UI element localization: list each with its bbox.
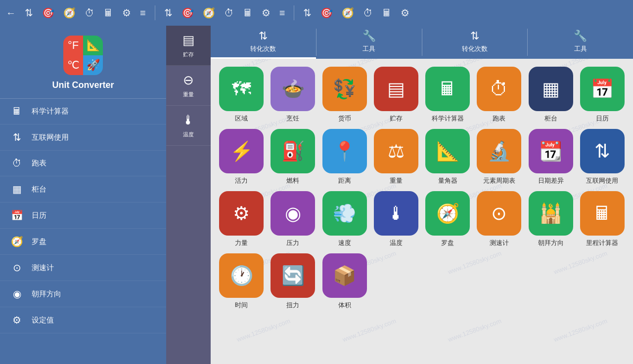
strip-item-storage[interactable]: ▤ 贮存 (166, 26, 211, 66)
grid-item-storage2[interactable]: ▤贮存 (373, 67, 419, 123)
grid-item-cooking[interactable]: 🍲烹饪 (270, 67, 316, 123)
sidebar-item-settings[interactable]: ⚙ 设定值 (0, 307, 166, 333)
grid-label-milecalc: 里程计算器 (586, 239, 618, 247)
sidebar-label-speedmeter: 测速计 (32, 263, 54, 273)
back-icon[interactable]: ← (6, 7, 16, 19)
grid-item-force[interactable]: ⚙力量 (219, 191, 264, 247)
calc-icon3[interactable]: 🖩 (382, 7, 392, 19)
internet-icon: ⇅ (10, 131, 24, 143)
clock-icon3[interactable]: ⏱ (363, 7, 373, 19)
target-icon2[interactable]: 🎯 (181, 7, 194, 19)
grid-item-distance[interactable]: 📍距离 (322, 129, 367, 185)
grid-item-periodic[interactable]: 🔬元素周期表 (476, 129, 522, 185)
clock-icon1[interactable]: ⏱ (85, 7, 94, 19)
sidebar-item-compass[interactable]: 🧭 罗盘 (0, 229, 166, 255)
grid-label-qibla2: 朝拜方向 (538, 239, 564, 247)
grid-item-internet2[interactable]: ⇅互联网使用 (580, 129, 625, 185)
grid-item-energy[interactable]: ⚡活力 (219, 129, 264, 185)
strip-item-weight[interactable]: ⊖ 重量 (166, 66, 211, 106)
tab-tools2-icon: 🔧 (574, 30, 587, 42)
sidebar-item-calendar[interactable]: 📅 日历 (0, 202, 166, 229)
app-icon: °F 📐 ℃ 🚀 (63, 36, 103, 75)
grid-item-speed[interactable]: 💨速度 (322, 191, 367, 247)
strip-item-temp[interactable]: 🌡 温度 (166, 106, 211, 146)
grid-item-calendar2[interactable]: 📅日历 (580, 67, 625, 123)
calc-icon1[interactable]: 🖩 (103, 7, 113, 19)
grid-icon-area: 🗺 (219, 67, 264, 111)
sidebar-item-qibla[interactable]: ◉ 朝拜方向 (0, 281, 166, 307)
gear-icon1[interactable]: ⚙ (122, 7, 131, 19)
gear-icon2[interactable]: ⚙ (262, 7, 271, 19)
sidebar-item-calculator[interactable]: 🖩 科学计算器 (0, 99, 166, 124)
sidebar-item-counter[interactable]: ▦ 柜台 (0, 176, 166, 202)
grid-icon-storage2: ▤ (374, 67, 418, 111)
grid-item-protractor[interactable]: 📐量角器 (425, 129, 470, 185)
gear-icon3[interactable]: ⚙ (401, 7, 409, 19)
tab-conversions2-icon: ⇅ (470, 30, 479, 42)
grid-label-pressure: 压力 (286, 239, 299, 247)
grid-item-stopwatch2[interactable]: ⏱跑表 (476, 67, 522, 123)
grid-icon-time: 🕐 (219, 253, 264, 298)
grid-item-pressure[interactable]: ◉压力 (270, 191, 316, 247)
tab-tools1[interactable]: 🔧 工具 (316, 26, 422, 59)
menu-icon2[interactable]: ≡ (279, 7, 285, 19)
grid-item-datecalc[interactable]: 📆日期差异 (528, 129, 574, 185)
strip-temp-label: 温度 (183, 131, 194, 138)
grid-icon-speedometer2: ⊙ (477, 191, 521, 236)
grid-item-counter2[interactable]: ▦柜台 (528, 67, 574, 123)
grid-icon-torque: 🔄 (271, 253, 315, 298)
grid-item-compass2[interactable]: 🧭罗盘 (425, 191, 470, 247)
grid-icon-fuel: ⛽ (271, 129, 315, 173)
grid-label-stopwatch2: 跑表 (493, 114, 505, 123)
calendar-icon: 📅 (10, 209, 24, 221)
grid-item-qibla2[interactable]: 🕌朝拜方向 (528, 191, 574, 247)
tab-tools2[interactable]: 🔧 工具 (528, 26, 633, 59)
grid-icon-datecalc: 📆 (529, 129, 573, 173)
grid-item-temp2[interactable]: 🌡温度 (373, 191, 419, 247)
target-icon1[interactable]: 🎯 (42, 7, 54, 19)
sidebar-label-counter: 柜台 (32, 185, 46, 194)
clock-icon2[interactable]: ⏱ (224, 7, 234, 19)
grid-item-milecalc[interactable]: 🖩里程计算器 (580, 191, 625, 247)
main-area: °F 📐 ℃ 🚀 Unit Converter 🖩 科学计算器 ⇅ 互联网使用 … (0, 26, 633, 364)
grid-item-time[interactable]: 🕐时间 (219, 253, 264, 310)
tab-conversions2-label: 转化次数 (462, 44, 488, 53)
qibla-icon: ◉ (10, 288, 24, 300)
sidebar-item-internet[interactable]: ⇅ 互联网使用 (0, 124, 166, 151)
compass-icon2[interactable]: 🧭 (203, 7, 215, 19)
compass-icon3[interactable]: 🧭 (342, 7, 354, 19)
tab-tools1-icon: 🔧 (362, 30, 376, 42)
grid-item-speedometer2[interactable]: ⊙测速计 (476, 191, 522, 247)
grid-item-fuel[interactable]: ⛽燃料 (270, 129, 316, 185)
grid-label-energy: 活力 (235, 176, 248, 185)
grid-icon-currency: 💱 (322, 67, 367, 111)
tab-conversions2[interactable]: ⇅ 转化次数 (422, 26, 528, 59)
grid-icon-internet2: ⇅ (580, 129, 625, 173)
compass-icon1[interactable]: 🧭 (63, 7, 76, 19)
tab-conversions1[interactable]: ⇅ 转化次数 (211, 26, 316, 59)
menu-icon1[interactable]: ≡ (140, 7, 146, 19)
sidebar-item-speedmeter[interactable]: ⊙ 测速计 (0, 255, 166, 281)
swap-icon3[interactable]: ⇅ (303, 7, 312, 19)
swap-icon2[interactable]: ⇅ (164, 7, 173, 19)
grid-icon-temp2: 🌡 (374, 191, 418, 236)
target-icon3[interactable]: 🎯 (320, 7, 333, 19)
grid-label-compass2: 罗盘 (441, 239, 454, 247)
sidebar-item-stopwatch[interactable]: ⏱ 跑表 (0, 151, 166, 176)
grid-item-currency[interactable]: 💱货币 (322, 67, 367, 123)
grid-label-datecalc: 日期差异 (538, 176, 564, 185)
calc-icon2[interactable]: 🖩 (243, 7, 253, 19)
grid-item-weight2[interactable]: ⚖重量 (373, 129, 419, 185)
grid-label-protractor: 量角器 (438, 176, 457, 185)
tab-conversions1-icon: ⇅ (259, 30, 268, 42)
grid-item-torque[interactable]: 🔄扭力 (270, 253, 316, 310)
grid-icon-milecalc: 🖩 (580, 191, 625, 236)
sidebar-label-compass: 罗盘 (32, 237, 46, 246)
grid-item-calculator2[interactable]: 🖩科学计算器 (425, 67, 470, 123)
grid-icon-calendar2: 📅 (580, 67, 625, 111)
swap-icon1[interactable]: ⇅ (25, 7, 33, 19)
grid-content: 🗺区域🍲烹饪💱货币▤贮存🖩科学计算器⏱跑表▦柜台📅日历⚡活力⛽燃料📍距离⚖重量📐… (211, 59, 633, 364)
grid-item-area[interactable]: 🗺区域 (219, 67, 264, 123)
grid-item-volume[interactable]: 📦体积 (322, 253, 367, 310)
strip-weight-icon: ⊖ (183, 73, 194, 88)
